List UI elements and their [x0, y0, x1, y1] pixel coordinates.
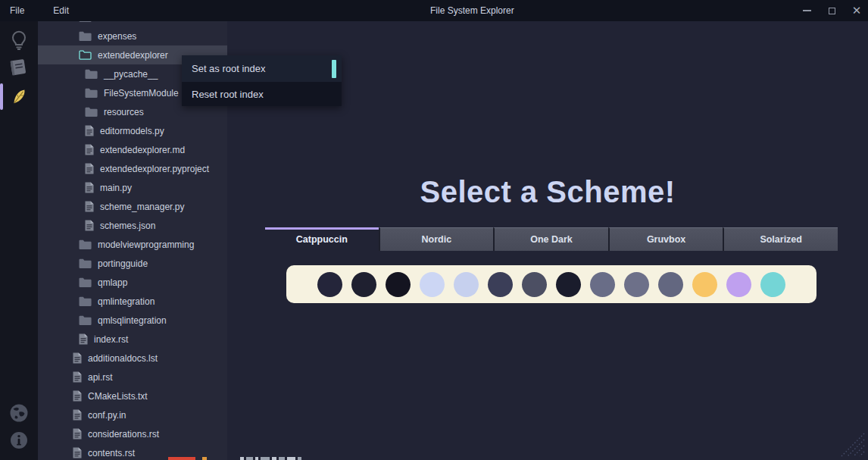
context-menu-item-label: Set as root index — [192, 63, 266, 74]
tree-item-main-py[interactable]: main.py — [38, 178, 227, 197]
file-icon — [73, 428, 82, 440]
color-swatch-7 — [522, 272, 547, 297]
context-menu-item-set-as-root-index[interactable]: Set as root index — [182, 55, 342, 82]
tree-item-modelviewprogramming[interactable]: modelviewprogramming — [38, 235, 227, 254]
tab-one-dark[interactable]: One Dark — [493, 227, 608, 251]
file-icon — [85, 144, 94, 155]
color-swatch-3 — [386, 272, 411, 297]
color-swatch-9 — [590, 272, 615, 297]
tree-item-qmlintegration[interactable]: qmlintegration — [38, 292, 227, 311]
tree-item-editormodels-py[interactable]: editormodels.py — [38, 121, 227, 140]
tree-item-label: extendedexplorer.pyproject — [100, 164, 209, 174]
tree-item-label: index.rst — [94, 334, 128, 345]
tab-nordic[interactable]: Nordic — [379, 227, 494, 251]
tree-item-label: extendedexplorer.md — [100, 145, 185, 155]
file-icon — [73, 352, 82, 364]
window-title: File System Explorer — [430, 0, 514, 21]
tab-gruvbox[interactable]: Gruvbox — [608, 227, 723, 251]
tree-item-cmakelists-txt[interactable]: CMakeLists.txt — [38, 386, 227, 405]
folder-icon — [85, 107, 98, 117]
tab-catppuccin[interactable]: Catppuccin — [265, 227, 379, 251]
tree-item-label: scheme_manager.py — [100, 202, 184, 212]
lightbulb-icon — [9, 29, 29, 50]
folder-icon — [79, 50, 92, 60]
lightbulb-rail-button[interactable] — [9, 29, 29, 50]
tree-item-label: qmlapp — [98, 277, 127, 288]
menu-edit[interactable]: Edit — [42, 0, 80, 21]
tree-item-expenses[interactable]: expenses — [38, 27, 227, 45]
maximize-icon — [829, 8, 835, 14]
tree-item-label: __pycache__ — [104, 69, 158, 80]
tree-item-label: CMakeLists.txt — [88, 391, 148, 402]
tree-item-scheme-manager-py[interactable]: scheme_manager.py — [38, 197, 227, 216]
scheme-tab-bar: CatppuccinNordicOne DarkGruvboxSolarized — [265, 227, 838, 251]
tree-item-label: api.rst — [88, 372, 113, 383]
tree-item-extendedexplorer-pyproject[interactable]: extendedexplorer.pyproject — [38, 159, 227, 178]
color-swatch-11 — [658, 272, 683, 297]
file-icon — [73, 371, 82, 383]
minimize-icon — [803, 10, 811, 11]
folder-icon — [79, 296, 92, 306]
tree-item-label: modelviewprogramming — [98, 239, 194, 250]
folder-icon — [79, 31, 92, 41]
color-swatch-10 — [624, 272, 649, 297]
resize-grip[interactable] — [838, 430, 866, 458]
palette-bar — [286, 265, 816, 303]
close-button[interactable]: ✕ — [851, 5, 862, 16]
color-swatch-14 — [760, 272, 785, 297]
minimize-button[interactable] — [801, 5, 812, 16]
tab-label: Gruvbox — [647, 234, 685, 245]
tree-item-extendedexplorer-md[interactable]: extendedexplorer.md — [38, 140, 227, 159]
icon-rail — [0, 21, 38, 460]
clipped-text-fragment — [272, 457, 276, 460]
tree-item-qmlapp[interactable]: qmlapp — [38, 273, 227, 292]
clipped-text-fragment — [261, 457, 270, 460]
clipped-text-fragment — [279, 457, 285, 460]
tree-item-clipped[interactable] — [38, 21, 227, 27]
tree-item-label: conf.py.in — [88, 410, 126, 421]
tree-item-label: contents.rst — [88, 448, 135, 458]
tab-solarized[interactable]: Solarized — [723, 227, 838, 251]
tree-item-considerations-rst[interactable]: considerations.rst — [38, 424, 227, 443]
tree-item-portingguide[interactable]: portingguide — [38, 254, 227, 273]
globe-rail-button[interactable] — [9, 403, 30, 424]
file-icon — [85, 201, 94, 212]
tree-item-conf-py-in[interactable]: conf.py.in — [38, 405, 227, 424]
clipped-text-fragment — [240, 457, 244, 460]
file-icon — [85, 220, 94, 231]
book-rail-button[interactable] — [8, 58, 30, 77]
tab-label: Solarized — [760, 234, 802, 245]
folder-icon — [79, 239, 92, 249]
tree-item-qmlsqlintegration[interactable]: qmlsqlintegration — [38, 311, 227, 330]
color-swatch-4 — [420, 272, 445, 297]
maximize-button[interactable] — [826, 5, 837, 16]
info-rail-button[interactable] — [9, 430, 29, 450]
context-menu-active-indicator — [332, 60, 336, 78]
page-title: Select a Scheme! — [227, 175, 868, 209]
tab-label: One Dark — [530, 234, 573, 245]
tree-item-label: schemes.json — [100, 221, 155, 231]
tree-item-label: extendedexplorer — [98, 50, 168, 61]
tree-item-api-rst[interactable]: api.rst — [38, 368, 227, 386]
tree-item-additionaldocs-lst[interactable]: additionaldocs.lst — [38, 349, 227, 368]
book-icon — [8, 58, 30, 77]
context-menu-item-reset-root-index[interactable]: Reset root index — [182, 82, 342, 106]
tree-item-schemes-json[interactable]: schemes.json — [38, 216, 227, 235]
tree-item-label: portingguide — [98, 258, 148, 269]
tree-item-label: qmlsqlintegration — [98, 315, 167, 326]
tree-item-label: expenses — [98, 31, 136, 42]
file-icon — [85, 182, 94, 193]
info-icon — [9, 430, 29, 450]
clipped-bottom-text — [168, 456, 301, 460]
menu-file[interactable]: File — [0, 0, 42, 21]
close-icon: ✕ — [852, 5, 862, 16]
folder-icon — [79, 277, 92, 287]
tree-item-index-rst[interactable]: index.rst — [38, 330, 227, 349]
clipped-text-fragment — [287, 457, 295, 460]
tree-item-label: resources — [104, 107, 144, 117]
context-menu: Set as root indexReset root index — [182, 55, 342, 106]
color-swatch-5 — [454, 272, 479, 297]
title-bar: File Edit File System Explorer ✕ — [0, 0, 868, 21]
clipped-text-fragment — [298, 457, 301, 460]
leaf-rail-button[interactable] — [8, 86, 30, 108]
